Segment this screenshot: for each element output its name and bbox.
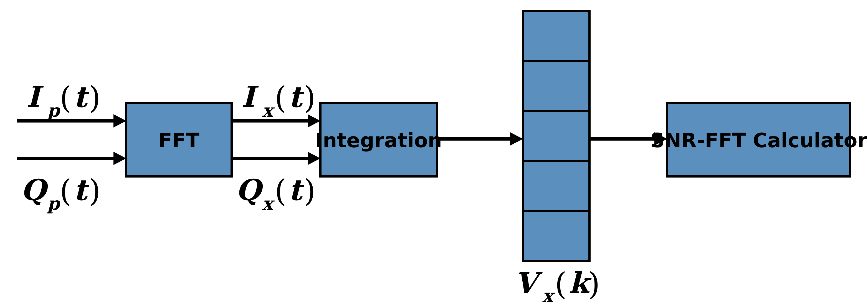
svg-text:p: p xyxy=(46,193,61,214)
svg-text:x: x xyxy=(262,100,275,121)
svg-text:x: x xyxy=(262,193,275,214)
svg-text:): ) xyxy=(304,173,316,209)
svg-text:(: ( xyxy=(555,266,567,302)
arrow-mid-top xyxy=(231,114,320,128)
buffer-stack xyxy=(523,11,589,261)
label-mid-bot: Q x ( t ) xyxy=(236,173,316,214)
snr-fft-block-label: SNR-FFT Calculator xyxy=(650,129,867,152)
svg-text:t: t xyxy=(73,80,89,114)
arrow-in-bot xyxy=(17,152,126,165)
fft-block-label: FFT xyxy=(158,129,199,152)
arrow-integ-to-stack xyxy=(437,132,523,145)
svg-rect-4 xyxy=(523,161,589,211)
svg-rect-5 xyxy=(523,211,589,261)
svg-text:x: x xyxy=(542,285,555,302)
label-in-bot: Q p ( t ) xyxy=(21,173,101,214)
integration-block-label: Integration xyxy=(315,129,442,152)
svg-rect-3 xyxy=(523,111,589,161)
svg-text:t: t xyxy=(288,173,304,207)
svg-text:(: ( xyxy=(275,80,286,116)
svg-text:t: t xyxy=(288,80,304,114)
svg-text:I: I xyxy=(241,80,259,114)
label-in-top: I p ( t ) xyxy=(26,80,101,121)
svg-text:): ) xyxy=(89,173,101,209)
svg-text:t: t xyxy=(73,173,89,207)
svg-rect-2 xyxy=(523,61,589,111)
svg-text:(: ( xyxy=(60,173,71,209)
svg-text:): ) xyxy=(89,80,101,116)
svg-text:): ) xyxy=(304,80,316,116)
label-stack-out: V x ( k ) xyxy=(515,266,600,302)
svg-text:): ) xyxy=(588,266,600,302)
arrow-in-top xyxy=(17,114,126,128)
arrow-mid-bot xyxy=(231,152,320,165)
svg-text:I: I xyxy=(26,80,44,114)
svg-rect-1 xyxy=(523,11,589,61)
svg-text:V: V xyxy=(515,266,543,300)
label-mid-top: I x ( t ) xyxy=(241,80,316,121)
svg-text:(: ( xyxy=(60,80,71,116)
svg-text:p: p xyxy=(46,100,61,121)
svg-text:Q: Q xyxy=(236,173,264,207)
svg-text:(: ( xyxy=(275,173,286,209)
arrow-stack-to-snr xyxy=(589,132,667,145)
svg-text:Q: Q xyxy=(21,173,49,207)
